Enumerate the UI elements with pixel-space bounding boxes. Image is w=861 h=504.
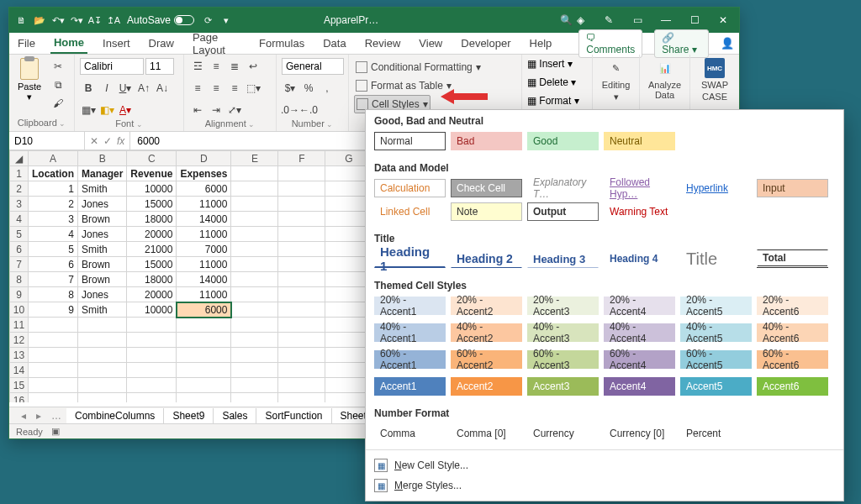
cell[interactable]: 3 [29,212,78,227]
number-format-combo[interactable] [282,58,344,75]
fx-icon[interactable]: fx [117,135,124,147]
name-box[interactable]: D10 [9,132,85,150]
row-header[interactable]: 6 [10,242,29,257]
cell[interactable]: 10000 [127,181,177,197]
style-currency[interactable]: Currency [527,424,599,443]
cell[interactable]: 6 [29,257,78,272]
conditional-formatting-button[interactable]: Conditional Formatting ▾ [354,58,483,76]
row-header[interactable]: 15 [10,378,29,393]
autosave-toggle[interactable]: AutoSave [125,14,196,26]
border-icon[interactable]: ▦▾ [80,102,97,118]
merge-styles-button[interactable]: ▦Merge Styles... [374,475,835,496]
cell[interactable]: 18000 [127,272,177,287]
style-input[interactable]: Input [757,179,828,197]
indent-increase-icon[interactable]: ⇥ [208,102,224,118]
cell[interactable]: 11000 [177,197,231,212]
style-output[interactable]: Output [527,202,599,221]
analyze-data-button[interactable]: 📊Analyze Data [645,58,684,100]
style-accent1[interactable]: Accent1 [374,377,446,396]
style-accent5[interactable]: Accent5 [680,377,752,396]
sort-desc-icon[interactable]: ↥A [107,13,120,27]
cell[interactable]: Brown [78,272,127,287]
cancel-formula-icon[interactable]: ✕ [90,135,98,147]
style-60-accent2[interactable]: 60% - Accent2 [451,350,522,369]
cell[interactable]: 2 [29,197,78,212]
sheet-tab[interactable]: CombineColumns [66,408,164,423]
new-cell-style-button[interactable]: ▦New Cell Style... [374,455,835,475]
select-all-cell[interactable]: ◢ [10,151,29,166]
style-40-accent5[interactable]: 40% - Accent5 [680,323,752,342]
menu-view[interactable]: View [415,34,446,53]
style-neutral[interactable]: Neutral [604,132,675,150]
swap-case-button[interactable]: HMCSWAPCASE [695,58,734,102]
style-60-accent4[interactable]: 60% - Accent4 [604,350,675,369]
col-header[interactable]: D [177,151,231,166]
style-good[interactable]: Good [527,132,599,150]
cell[interactable]: Brown [78,212,127,227]
row-header[interactable]: 5 [10,227,29,242]
menu-developer[interactable]: Developer [457,34,514,53]
style-accent6[interactable]: Accent6 [757,377,828,396]
col-header[interactable]: E [231,151,278,166]
cell[interactable]: 1 [29,181,78,197]
row-header[interactable]: 4 [10,212,29,227]
cell[interactable]: 15000 [127,197,177,212]
row-header[interactable]: 7 [10,257,29,272]
align-right-icon[interactable]: ≡ [226,80,243,97]
cell[interactable]: 14000 [177,212,231,227]
cell[interactable]: 7000 [177,242,231,257]
format-painter-icon[interactable]: 🖌 [50,95,66,112]
cell[interactable]: Smith [78,242,127,257]
style-check-cell[interactable]: Check Cell [451,179,522,197]
cut-icon[interactable]: ✂ [50,58,66,75]
row-header[interactable]: 3 [10,197,29,212]
align-left-icon[interactable]: ≡ [189,80,206,97]
menu-help[interactable]: Help [526,34,556,53]
cell[interactable]: 4 [29,227,78,242]
cell[interactable]: 11000 [177,257,231,272]
paste-button[interactable]: Paste▾ [14,58,45,102]
menu-formulas[interactable]: Formulas [256,34,308,53]
increase-font-icon[interactable]: A↑ [135,80,152,97]
style-followed-hyperlink[interactable]: Followed Hyp… [604,179,675,197]
editing-button[interactable]: ✎Editing▾ [598,58,634,102]
bold-button[interactable]: B [80,80,97,97]
sort-asc-icon[interactable]: A↧ [88,13,102,27]
style-heading-1[interactable]: Heading 1 [374,249,446,268]
cell[interactable]: Smith [78,302,127,318]
row-header[interactable]: 9 [10,287,29,302]
cell[interactable] [231,166,278,181]
row-header[interactable]: 8 [10,272,29,287]
search-icon[interactable]: 🔍 [560,14,573,26]
window-mode-icon[interactable]: ▭ [630,14,645,26]
decrease-font-icon[interactable]: A↓ [154,80,171,97]
maximize-icon[interactable]: ☐ [687,14,702,26]
cell[interactable]: 5 [29,242,78,257]
cell[interactable]: Jones [78,197,127,212]
style-explanatory[interactable]: Explanatory T… [527,179,599,197]
font-size-combo[interactable] [145,58,174,75]
align-middle-icon[interactable]: ≡ [208,58,224,75]
cell[interactable]: Location [29,166,78,181]
style-comma[interactable]: Comma [374,424,446,443]
style-normal[interactable]: Normal [374,132,446,150]
cell[interactable]: 20000 [127,287,177,302]
sheet-nav-prev-icon[interactable]: ◂ [16,410,31,422]
style-heading-4[interactable]: Heading 4 [604,249,675,268]
style-bad[interactable]: Bad [451,132,522,150]
cell[interactable]: Manager [78,166,127,181]
style-heading-2[interactable]: Heading 2 [451,249,522,268]
menu-draw[interactable]: Draw [145,34,177,53]
copy-icon[interactable]: ⧉ [50,76,66,93]
cell[interactable]: 15000 [127,257,177,272]
font-name-combo[interactable] [80,58,144,75]
style-40-accent6[interactable]: 40% - Accent6 [757,323,828,342]
underline-button[interactable]: U▾ [117,80,134,97]
style-20-accent5[interactable]: 20% - Accent5 [680,297,752,315]
orientation-icon[interactable]: ⤢▾ [226,102,243,118]
sheet-tab[interactable]: SortFunction [256,408,331,423]
italic-button[interactable]: I [98,80,115,97]
style-linked-cell[interactable]: Linked Cell [374,202,446,221]
cell[interactable]: 14000 [177,272,231,287]
style-accent3[interactable]: Accent3 [527,377,599,396]
